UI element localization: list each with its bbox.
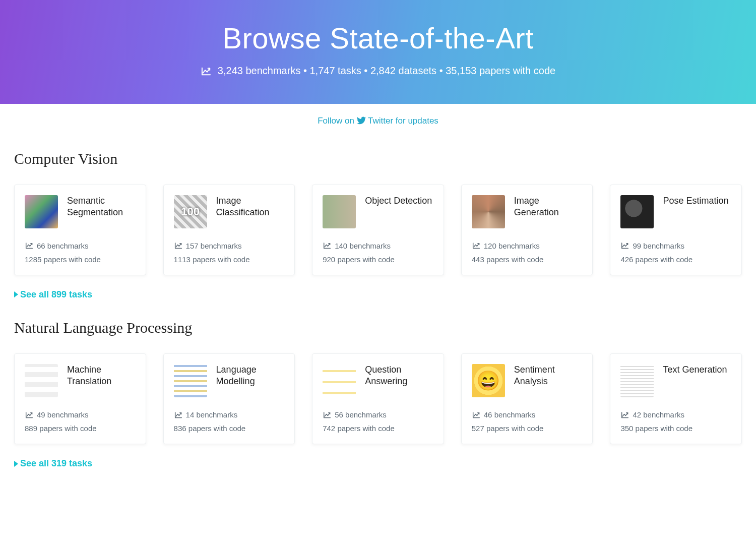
card-row: Semantic Segmentation 66 benchmarks 1285… (14, 185, 742, 275)
task-card[interactable]: Image Classification 157 benchmarks 1113… (163, 185, 295, 275)
section: Natural Language Processing Machine Tran… (14, 319, 742, 469)
benchmark-count-text: 99 benchmarks (633, 241, 684, 250)
hero-stats: 3,243 benchmarks • 1,747 tasks • 2,842 d… (201, 65, 555, 77)
chart-icon (472, 411, 481, 418)
card-top: Object Detection (323, 195, 433, 228)
task-title: Object Detection (365, 195, 432, 207)
section-title: Computer Vision (14, 150, 742, 167)
see-all-link[interactable]: See all 319 tasks (14, 458, 92, 469)
hero-banner: Browse State-of-the-Art 3,243 benchmarks… (0, 0, 756, 104)
benchmark-count-text: 14 benchmarks (186, 410, 238, 419)
benchmark-count-text: 56 benchmarks (335, 410, 387, 419)
papers-count: 920 papers with code (323, 255, 433, 264)
task-card[interactable]: Language Modelling 14 benchmarks 836 pap… (163, 353, 295, 444)
card-top: Machine Translation (25, 364, 136, 397)
twitter-link-text: Twitter for updates (368, 116, 438, 126)
task-card[interactable]: Image Generation 120 benchmarks 443 pape… (461, 185, 593, 275)
task-title: Semantic Segmentation (67, 195, 136, 219)
caret-right-icon (14, 461, 18, 467)
task-title: Language Modelling (216, 364, 285, 388)
benchmark-count: 120 benchmarks (472, 241, 583, 250)
follow-prefix: Follow on (318, 116, 356, 126)
card-top: Image Generation (472, 195, 583, 228)
task-title: Sentiment Analysis (514, 364, 583, 388)
task-thumbnail (323, 364, 356, 397)
chart-icon (323, 411, 332, 418)
task-title: Image Classification (216, 195, 285, 219)
task-thumbnail (25, 364, 58, 397)
papers-count: 350 papers with code (620, 424, 731, 433)
benchmark-count-text: 120 benchmarks (484, 241, 540, 250)
benchmark-count-text: 46 benchmarks (484, 410, 536, 419)
benchmark-count: 140 benchmarks (323, 241, 433, 250)
see-all-link[interactable]: See all 899 tasks (14, 289, 92, 300)
card-top: Pose Estimation (620, 195, 731, 228)
task-thumbnail (472, 195, 505, 228)
benchmark-count: 42 benchmarks (620, 410, 731, 419)
task-card[interactable]: Semantic Segmentation 66 benchmarks 1285… (14, 185, 146, 275)
papers-count: 889 papers with code (25, 424, 136, 433)
see-all-text: See all 319 tasks (20, 458, 92, 469)
card-row: Machine Translation 49 benchmarks 889 pa… (14, 353, 742, 444)
benchmark-count: 56 benchmarks (323, 410, 433, 419)
see-all-row: See all 319 tasks (14, 458, 742, 469)
card-top: Question Answering (323, 364, 433, 397)
card-top: Image Classification (174, 195, 285, 228)
card-top: 😄 Sentiment Analysis (472, 364, 583, 397)
papers-count: 527 papers with code (472, 424, 583, 433)
chart-icon (174, 411, 183, 418)
benchmark-count: 46 benchmarks (472, 410, 583, 419)
papers-count: 1285 papers with code (25, 255, 136, 264)
chart-icon (620, 242, 629, 249)
task-title: Image Generation (514, 195, 583, 219)
twitter-icon (357, 116, 366, 125)
section-title: Natural Language Processing (14, 319, 742, 336)
chart-icon (201, 67, 212, 76)
benchmark-count-text: 66 benchmarks (37, 241, 89, 250)
task-thumbnail (323, 195, 356, 228)
benchmark-count: 99 benchmarks (620, 241, 731, 250)
task-thumbnail (174, 195, 207, 228)
card-top: Language Modelling (174, 364, 285, 397)
task-card[interactable]: Pose Estimation 99 benchmarks 426 papers… (610, 185, 742, 275)
benchmark-count-text: 42 benchmarks (633, 410, 684, 419)
chart-icon (323, 242, 332, 249)
papers-count: 742 papers with code (323, 424, 433, 433)
task-title: Text Generation (663, 364, 727, 376)
task-thumbnail (620, 195, 654, 228)
see-all-row: See all 899 tasks (14, 289, 742, 300)
card-top: Text Generation (620, 364, 731, 397)
chart-icon (472, 242, 481, 249)
benchmark-count: 49 benchmarks (25, 410, 136, 419)
chart-icon (25, 411, 34, 418)
benchmark-count: 14 benchmarks (174, 410, 285, 419)
caret-right-icon (14, 291, 18, 297)
twitter-link[interactable]: Twitter for updates (357, 116, 438, 126)
task-thumbnail: 😄 (472, 364, 505, 397)
card-top: Semantic Segmentation (25, 195, 136, 228)
task-card[interactable]: Machine Translation 49 benchmarks 889 pa… (14, 353, 146, 444)
chart-icon (620, 411, 629, 418)
papers-count: 836 papers with code (174, 424, 285, 433)
page-title: Browse State-of-the-Art (10, 21, 746, 55)
task-thumbnail (25, 195, 58, 228)
hero-stats-text: 3,243 benchmarks • 1,747 tasks • 2,842 d… (218, 65, 555, 77)
papers-count: 426 papers with code (620, 255, 731, 264)
task-card[interactable]: 😄 Sentiment Analysis 46 benchmarks 527 p… (461, 353, 593, 444)
benchmark-count: 66 benchmarks (25, 241, 136, 250)
papers-count: 1113 papers with code (174, 255, 285, 264)
benchmark-count-text: 157 benchmarks (186, 241, 242, 250)
benchmark-count-text: 49 benchmarks (37, 410, 89, 419)
task-title: Question Answering (365, 364, 433, 388)
chart-icon (174, 242, 183, 249)
follow-row: Follow on Twitter for updates (0, 104, 756, 131)
benchmark-count: 157 benchmarks (174, 241, 285, 250)
task-title: Machine Translation (67, 364, 136, 388)
task-card[interactable]: Question Answering 56 benchmarks 742 pap… (312, 353, 444, 444)
see-all-text: See all 899 tasks (20, 289, 92, 300)
task-thumbnail (174, 364, 207, 397)
section: Computer Vision Semantic Segmentation 66… (14, 150, 742, 300)
task-card[interactable]: Text Generation 42 benchmarks 350 papers… (610, 353, 742, 444)
task-card[interactable]: Object Detection 140 benchmarks 920 pape… (312, 185, 444, 275)
task-thumbnail (620, 364, 654, 397)
